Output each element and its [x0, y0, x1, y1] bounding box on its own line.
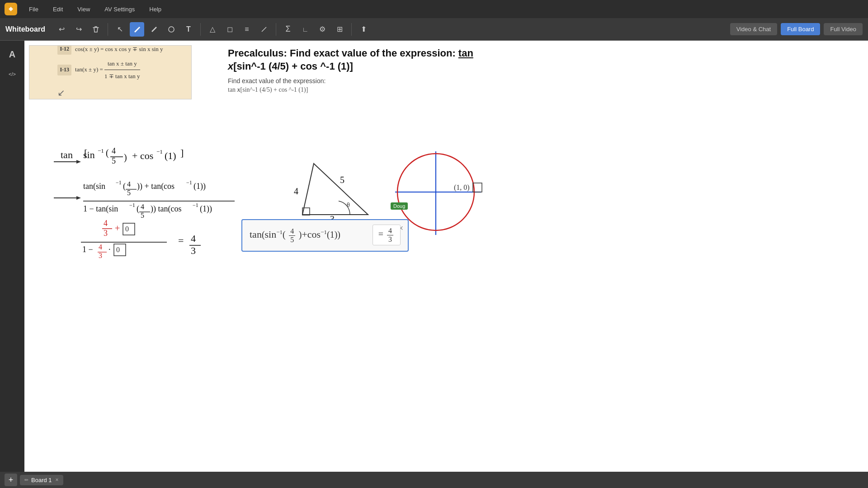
lines-button[interactable]: ≡ — [240, 22, 254, 37]
tab-bar: + ✏ Board 1 × — [0, 472, 868, 488]
svg-text:(1): (1) — [165, 150, 176, 161]
textbook-label-2: I-13 — [57, 65, 71, 75]
svg-text:)) + tan(cos: )) + tan(cos — [137, 182, 175, 191]
toolbar: Whiteboard ↩ ↪ ↖ T △ ◻ ≡ Σ ∟ ⚙ ⊞ ⬆ Video… — [0, 18, 868, 41]
svg-text:−1: −1 — [116, 179, 122, 186]
board-tab-1[interactable]: ✏ Board 1 × — [20, 475, 63, 485]
svg-text:): ) — [124, 152, 127, 163]
problem-keyword: tan — [458, 47, 473, 59]
svg-text:3: 3 — [104, 229, 108, 238]
svg-marker-58 — [302, 164, 368, 215]
svg-rect-59 — [302, 208, 310, 215]
sidebar-text-icon[interactable]: A — [3, 45, 21, 63]
textbook-content: I-12 cos(x ± y) = cos x cos y ∓ sin x si… — [54, 45, 166, 99]
svg-text:−1: −1 — [129, 202, 135, 208]
svg-text:(: ( — [106, 148, 109, 158]
problem-area: Precalculus: Find exact value of the exp… — [228, 47, 859, 94]
svg-text:3: 3 — [99, 252, 102, 259]
grid-button[interactable]: ⊞ — [332, 22, 347, 37]
svg-text:tan: tan — [61, 149, 73, 160]
svg-text:(1, 0): (1, 0) — [454, 183, 470, 192]
svg-text:4: 4 — [141, 203, 144, 211]
textbook-formula-2: tan(x ± y) = tan x ± tan y 1 ∓ tan x tan… — [75, 58, 140, 82]
svg-text:4: 4 — [99, 243, 102, 251]
menu-help[interactable]: Help — [146, 4, 164, 14]
math-popup: × tan(sin−1( 4 5 )+cos−1(1)) = 4 3 — [241, 219, 409, 252]
whiteboard-drawing: [ tan sin −1 ( 4 5 ) + cos −1 (1) ] tan(… — [24, 41, 868, 472]
pen-button[interactable] — [130, 22, 144, 37]
svg-text:0: 0 — [125, 225, 129, 233]
svg-text:(1)): (1)) — [200, 204, 212, 214]
svg-text:−1: −1 — [156, 148, 163, 155]
eraser-button[interactable]: ◻ — [222, 22, 237, 37]
upload-button[interactable]: ⬆ — [356, 22, 371, 37]
svg-text:−1: −1 — [186, 179, 192, 186]
svg-text:1 −: 1 − — [82, 245, 93, 254]
view-controls: Video & Chat Full Board Full Video — [730, 23, 863, 35]
settings-button[interactable]: ⚙ — [315, 22, 330, 37]
popup-result: = 4 3 — [373, 225, 401, 245]
svg-text:3: 3 — [191, 245, 196, 256]
tab-icon: ✏ — [24, 477, 28, 483]
problem-title-2: x[sin^-1 (4/5) + cos ^-1 (1)] — [228, 60, 481, 73]
svg-text:tan(sin: tan(sin — [83, 182, 105, 191]
tab-close-button[interactable]: × — [56, 477, 59, 483]
svg-text:+: + — [132, 150, 137, 161]
highlighter-button[interactable] — [147, 22, 161, 37]
svg-text:1 − tan(sin: 1 − tan(sin — [83, 204, 118, 214]
app-logo — [5, 3, 17, 15]
video-chat-button[interactable]: Video & Chat — [730, 23, 777, 35]
svg-text:0: 0 — [116, 246, 120, 253]
clear-button[interactable] — [89, 22, 103, 37]
menu-av-settings[interactable]: AV Settings — [102, 4, 137, 14]
svg-text:−1: −1 — [193, 202, 198, 208]
problem-expression: tan x[sin^-1 (4/5) + cos ^-1 (1)] — [228, 86, 859, 94]
svg-text:5: 5 — [340, 175, 344, 185]
svg-text:θ: θ — [347, 202, 350, 208]
svg-text:=: = — [178, 235, 184, 246]
undo-button[interactable]: ↩ — [54, 22, 69, 37]
svg-text:+: + — [115, 223, 120, 233]
sep3 — [276, 23, 276, 36]
full-board-button[interactable]: Full Board — [781, 23, 820, 35]
textbook-image: I-12 cos(x ± y) = cos x cos y ∓ sin x si… — [29, 45, 192, 99]
svg-text:)) tan(cos: )) tan(cos — [151, 204, 181, 214]
ruler-button[interactable] — [257, 22, 271, 37]
text-tool-button[interactable]: T — [181, 22, 196, 37]
svg-text:5: 5 — [127, 189, 131, 197]
svg-text:4: 4 — [104, 219, 108, 228]
canvas-area[interactable]: I-12 cos(x ± y) = cos x cos y ∓ sin x si… — [24, 41, 868, 472]
sep2 — [200, 23, 201, 36]
svg-text:cos: cos — [140, 150, 153, 161]
redo-button[interactable]: ↪ — [71, 22, 86, 37]
svg-rect-44 — [123, 223, 135, 235]
svg-text:sin: sin — [83, 149, 95, 160]
angle-button[interactable]: ∟ — [298, 22, 312, 37]
menu-view[interactable]: View — [75, 4, 93, 14]
menu-edit[interactable]: Edit — [50, 4, 66, 14]
sep4 — [351, 23, 352, 36]
doug-cursor-label: Doug — [391, 202, 408, 210]
sigma-button[interactable]: Σ — [281, 22, 295, 37]
svg-text:(: ( — [123, 182, 126, 191]
svg-text:·: · — [108, 245, 111, 254]
svg-text:5: 5 — [141, 211, 144, 219]
svg-text:]: ] — [180, 147, 184, 158]
full-video-button[interactable]: Full Video — [824, 23, 863, 35]
tab-label: Board 1 — [31, 477, 52, 483]
add-tab-button[interactable]: + — [5, 474, 17, 486]
sidebar-code-icon[interactable]: </> — [3, 65, 21, 83]
textbook-label-1: I-12 — [57, 45, 71, 55]
svg-text:4: 4 — [294, 186, 298, 196]
menu-bar: File Edit View AV Settings Help — [0, 0, 868, 18]
svg-text:(: ( — [137, 204, 139, 214]
svg-line-1 — [152, 27, 156, 32]
svg-text:5: 5 — [112, 156, 116, 165]
svg-text:[: [ — [84, 147, 87, 158]
shape-button[interactable]: △ — [205, 22, 220, 37]
problem-title: Precalculus: Find exact value of the exp… — [228, 47, 481, 60]
select-button[interactable]: ↖ — [113, 22, 127, 37]
circle-button[interactable] — [164, 22, 179, 37]
menu-file[interactable]: File — [26, 4, 41, 14]
svg-point-66 — [397, 154, 474, 230]
